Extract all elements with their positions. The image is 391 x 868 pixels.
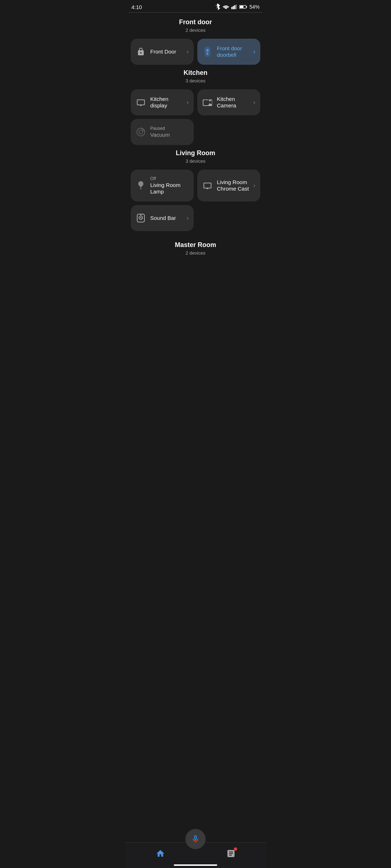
wifi-icon [223,4,229,9]
svg-rect-6 [240,6,243,8]
chromecast-info: Living Room Chrome Cast [217,179,249,192]
device-kitchen-camera[interactable]: Kitchen Camera › [197,89,260,115]
status-bar: 4:10 54% [125,0,266,12]
front-door-info: Front Door [150,48,182,55]
lamp-info: Off Living Room Lamp [150,176,189,195]
bluetooth-icon [215,4,220,10]
device-living-room-lamp[interactable]: Off Living Room Lamp [131,170,194,201]
chromecast-chevron: › [253,182,255,189]
chromecast-name: Living Room Chrome Cast [217,179,249,192]
front-door-chevron: › [187,48,189,55]
kitchen-display-chevron: › [187,99,189,106]
lamp-status: Off [150,176,189,181]
svg-rect-7 [205,47,210,57]
svg-rect-0 [231,7,232,9]
front-door-grid: Front Door › Front door doorbell › [131,39,260,65]
device-front-door[interactable]: Front Door › [131,39,194,65]
svg-point-8 [206,49,209,52]
device-vacuum[interactable]: Paused Vacuum [131,119,194,145]
master-room-title: Master Room [125,241,266,249]
front-door-subtitle: 2 devices [131,27,260,33]
svg-rect-9 [207,52,208,55]
sound-bar-name: Sound Bar [150,215,182,221]
kitchen-grid: Kitchen display › Kitchen Camera › [131,89,260,145]
svg-rect-5 [246,6,247,8]
battery-percent: 54% [249,4,260,10]
section-kitchen: Kitchen 3 devices Kitchen display › Kitc… [125,69,266,145]
vacuum-status: Paused [150,126,189,131]
kitchen-camera-chevron: › [253,99,255,106]
living-room-title: Living Room [131,149,260,157]
chromecast-icon [202,180,213,191]
svg-rect-3 [236,5,237,9]
svg-point-11 [139,130,143,134]
display-icon [136,97,146,107]
svg-rect-2 [234,5,235,9]
sound-bar-chevron: › [187,215,189,221]
kitchen-subtitle: 3 devices [131,78,260,84]
speaker-icon [136,213,146,223]
divider [129,12,262,13]
vacuum-name: Vacuum [150,132,189,138]
living-room-grid: Off Living Room Lamp Living Room Chrome … [131,170,260,231]
kitchen-display-name: Kitchen display [150,96,182,109]
section-living-room: Living Room 3 devices Off Living Room La… [125,149,266,231]
device-sound-bar[interactable]: Sound Bar › [131,205,194,231]
signal-icon [231,4,237,9]
device-kitchen-display[interactable]: Kitchen display › [131,89,194,115]
lamp-name: Living Room Lamp [150,182,189,195]
master-room-subtitle: 2 devices [125,250,266,256]
camera-icon [202,97,213,107]
time: 4:10 [131,4,142,10]
lamp-icon [136,180,146,191]
kitchen-display-info: Kitchen display [150,96,182,109]
svg-point-10 [137,128,145,136]
section-master-room-partial: Master Room 2 devices [125,235,266,263]
svg-rect-1 [233,6,234,9]
doorbell-name: Front door doorbell [217,45,249,58]
doorbell-chevron: › [253,48,255,55]
kitchen-title: Kitchen [131,69,260,77]
sound-bar-info: Sound Bar [150,215,182,221]
doorbell-info: Front door doorbell [217,45,249,58]
status-icons: 54% [215,4,260,10]
battery-icon [239,5,247,9]
doorbell-icon [202,47,213,57]
kitchen-camera-name: Kitchen Camera [217,96,249,109]
vacuum-icon [136,127,146,137]
front-door-name: Front Door [150,48,182,55]
living-room-subtitle: 3 devices [131,158,260,164]
section-front-door: Front door 2 devices Front Door › [125,18,266,65]
vacuum-info: Paused Vacuum [150,126,189,138]
kitchen-camera-info: Kitchen Camera [217,96,249,109]
lock-icon [136,47,146,57]
device-chromecast[interactable]: Living Room Chrome Cast › [197,170,260,201]
front-door-title: Front door [131,18,260,26]
device-front-door-doorbell[interactable]: Front door doorbell › [197,39,260,65]
svg-point-16 [140,214,142,216]
svg-point-12 [140,183,142,185]
svg-point-15 [140,217,142,218]
